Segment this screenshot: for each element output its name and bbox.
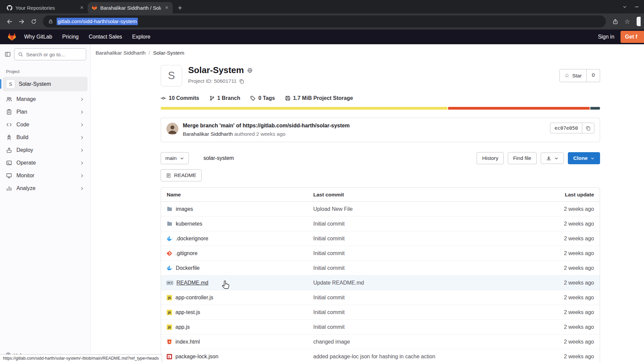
commit-link[interactable]: Initial commit	[313, 265, 344, 271]
column-header-last-update[interactable]: Last update	[537, 192, 594, 198]
refresh-button[interactable]	[28, 15, 40, 27]
copy-commit-hash-button[interactable]	[582, 123, 594, 133]
commit-link[interactable]: added package-loc json for hashing in ca…	[313, 354, 435, 359]
share-icon	[612, 19, 618, 24]
close-tab-icon[interactable]: ×	[164, 4, 169, 11]
table-row-package-lock-json[interactable]: package-lock.jsonadded package-loc json …	[161, 349, 600, 362]
download-source-button[interactable]	[541, 153, 564, 164]
repo-path-breadcrumb[interactable]: solar-system	[204, 155, 234, 161]
url-bar[interactable]: gitlab.com/sidd-harth/solar-system	[43, 15, 606, 27]
history-button[interactable]: History	[477, 152, 503, 164]
search-input[interactable]: Search or go to...	[14, 48, 86, 60]
table-row-index-html[interactable]: 5index.htmlchanged image2 weeks ago	[161, 335, 600, 349]
commit-link[interactable]: Update README.md	[313, 280, 364, 286]
table-row-kubernetes[interactable]: kubernetesInitial commit2 weeks ago	[161, 217, 600, 231]
search-icon	[18, 52, 23, 57]
column-header-last-commit[interactable]: Last commit	[313, 192, 537, 198]
nav-link-why-gitlab[interactable]: Why GitLab	[19, 34, 57, 40]
tab-title: Your Repositories	[15, 5, 76, 11]
branch-selector[interactable]: main	[161, 152, 189, 164]
sidebar-item-build[interactable]: Build	[3, 131, 88, 143]
find-file-button[interactable]: Find file	[508, 152, 537, 164]
column-header-name[interactable]: Name	[167, 192, 313, 198]
table-row-images[interactable]: imagesUpload New File2 weeks ago	[161, 202, 600, 217]
stat-1-7-mib-project-storage[interactable]: 1.7 MiB Project Storage	[285, 95, 353, 101]
commit-author-link[interactable]: Barahalikar Siddharth	[183, 131, 233, 137]
browser-chrome: Your Repositories × Barahalikar Siddhart…	[0, 0, 644, 29]
file-link[interactable]: app.js	[175, 324, 190, 330]
share-button[interactable]	[609, 15, 621, 27]
file-link[interactable]: app-controller.js	[175, 295, 213, 301]
sidebar-item-plan[interactable]: Plan	[3, 106, 88, 118]
browser-tab-solar-system[interactable]: Barahalikar Siddharth / Solar-Sy ×	[88, 2, 173, 13]
table-row-app-test-js[interactable]: JSapp-test.jsInitial commit2 weeks ago	[161, 305, 600, 320]
breadcrumb-item-solar-system[interactable]: Solar-System	[153, 50, 184, 56]
file-link[interactable]: index.html	[175, 339, 200, 345]
sign-in-link[interactable]: Sign in	[598, 34, 614, 40]
deploy-icon	[6, 147, 12, 153]
browser-tab-your-repositories[interactable]: Your Repositories ×	[3, 2, 88, 13]
file-link[interactable]: README.md	[176, 280, 208, 286]
nav-link-contact-sales[interactable]: Contact Sales	[84, 34, 127, 40]
file-link[interactable]: Dockerfile	[176, 265, 200, 271]
commit-link[interactable]: Initial commit	[313, 324, 344, 330]
docker-icon	[167, 265, 172, 271]
forward-button[interactable]	[15, 15, 28, 27]
file-link[interactable]: app-test.js	[175, 309, 200, 315]
file-table: Name Last commit Last update imagesUploa…	[161, 187, 600, 362]
gitlab-logo-icon[interactable]	[7, 33, 16, 42]
get-free-trial-button[interactable]: Get f	[621, 31, 644, 43]
table-row-app-js[interactable]: JSapp.jsInitial commit2 weeks ago	[161, 320, 600, 335]
table-row-readme-md[interactable]: README.mdUpdate README.md2 weeks ago	[161, 276, 600, 290]
file-link[interactable]: .gitignore	[175, 250, 198, 256]
table-row-dockerignore[interactable]: .dockerignoreInitial commit2 weeks ago	[161, 231, 600, 246]
clone-button[interactable]: Clone	[568, 152, 600, 164]
chevron-right-icon	[80, 148, 84, 153]
table-row-gitignore[interactable]: .gitignoreInitial commit2 weeks ago	[161, 246, 600, 261]
tab-search-icon[interactable]	[623, 5, 627, 9]
sidebar-item-monitor[interactable]: Monitor	[3, 170, 88, 182]
sidebar-toggle-icon[interactable]	[5, 51, 11, 57]
disk-icon	[285, 96, 290, 101]
file-link[interactable]: kubernetes	[176, 221, 202, 227]
file-link[interactable]: .dockerignore	[176, 236, 208, 242]
commit-link[interactable]: changed image	[313, 339, 350, 345]
sidebar-item-code[interactable]: Code	[3, 119, 88, 131]
nav-link-explore[interactable]: Explore	[127, 34, 155, 40]
commit-link[interactable]: Initial commit	[313, 236, 344, 241]
language-bar[interactable]	[161, 107, 600, 110]
project-id-label: Project ID: 50601711	[188, 78, 236, 84]
table-row-dockerfile[interactable]: DockerfileInitial commit2 weeks ago	[161, 261, 600, 276]
nav-link-pricing[interactable]: Pricing	[57, 34, 84, 40]
commit-author-avatar[interactable]	[166, 123, 178, 135]
breadcrumb-item-barahalikar-siddharth[interactable]: Barahalikar Siddharth	[96, 50, 146, 56]
stat-0-tags[interactable]: 0 Tags	[250, 95, 275, 101]
star-count-badge[interactable]: 0	[587, 69, 600, 82]
commit-link[interactable]: Upload New File	[313, 206, 353, 212]
refresh-icon	[31, 19, 37, 24]
table-row-app-controller-js[interactable]: JSapp-controller.jsInitial commit2 weeks…	[161, 290, 600, 305]
bookmark-button[interactable]: ☆	[621, 15, 633, 27]
commit-link[interactable]: Initial commit	[313, 250, 344, 256]
close-tab-icon[interactable]: ×	[79, 4, 85, 11]
sidebar-item-operate[interactable]: Operate	[3, 157, 88, 169]
browser-profile-sliver[interactable]	[637, 17, 641, 26]
sidebar-item-manage[interactable]: Manage	[3, 93, 88, 105]
stat-1-branch[interactable]: 1 Branch	[209, 95, 240, 101]
sidebar-item-analyze[interactable]: Analyze	[3, 182, 88, 194]
commit-message-link[interactable]: Merge branch 'main' of https://gitlab.co…	[183, 123, 350, 129]
commit-link[interactable]: Initial commit	[313, 221, 344, 227]
readme-button[interactable]: README	[161, 169, 202, 181]
new-tab-button[interactable]	[175, 3, 185, 13]
minimize-icon[interactable]	[634, 4, 639, 9]
stat-10-commits[interactable]: 10 Commits	[161, 95, 199, 101]
commit-link[interactable]: Initial commit	[313, 295, 344, 300]
sidebar-item-deploy[interactable]: Deploy	[3, 144, 88, 156]
back-button[interactable]	[3, 15, 15, 27]
commit-link[interactable]: Initial commit	[313, 309, 344, 315]
star-button[interactable]: ☆ Star	[559, 69, 587, 82]
file-link[interactable]: package-lock.json	[175, 354, 218, 360]
file-link[interactable]: images	[176, 206, 193, 212]
copy-project-id-icon[interactable]	[239, 79, 244, 84]
sidebar-item-solar-system[interactable]: S Solar-System	[3, 77, 88, 91]
